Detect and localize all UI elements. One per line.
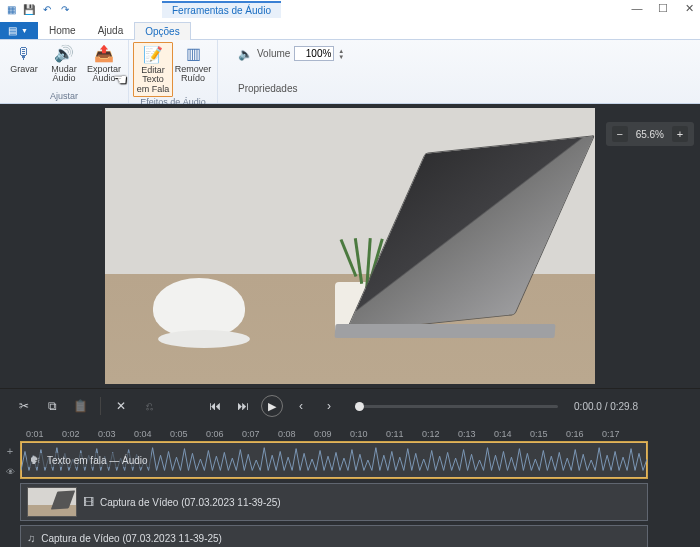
volume-label: Volume <box>257 48 290 59</box>
ruler-tick: 0:09 <box>314 429 350 439</box>
step-forward-button[interactable]: › <box>319 396 339 416</box>
gravar-button[interactable]: 🎙 Gravar <box>4 42 44 91</box>
context-tab-audio-tools: Ferramentas de Áudio <box>162 1 281 18</box>
ruler-tick: 0:17 <box>602 429 638 439</box>
audio-clip-capture[interactable]: ♫ Captura de Vídeo (07.03.2023 11-39-25) <box>20 525 648 547</box>
volume-input[interactable] <box>294 46 334 61</box>
video-preview[interactable] <box>105 108 595 384</box>
ruler-tick: 0:02 <box>62 429 98 439</box>
zoom-in-button[interactable]: + <box>672 126 688 142</box>
quick-access-toolbar: ▦ 💾 ↶ ↷ <box>4 2 72 16</box>
undo-icon[interactable]: ↶ <box>40 2 54 16</box>
ruler-tick: 0:14 <box>494 429 530 439</box>
copy-button[interactable]: ⧉ <box>42 396 62 416</box>
ruler-tick: 0:04 <box>134 429 170 439</box>
ribbon-tabstrip: ▤ ▼ Home Ajuda Opções <box>0 18 700 40</box>
ruler-tick: 0:12 <box>422 429 458 439</box>
save-icon[interactable]: 💾 <box>22 2 36 16</box>
maximize-button[interactable]: ☐ <box>656 2 670 15</box>
mudar-audio-label: Mudar Áudio <box>45 65 83 84</box>
paste-button[interactable]: 📋 <box>70 396 90 416</box>
redo-icon[interactable]: ↷ <box>58 2 72 16</box>
timeline: 0:010:020:030:040:050:060:070:080:090:10… <box>0 423 700 547</box>
export-audio-icon: 📤 <box>94 44 114 64</box>
audio-clip2-label: Captura de Vídeo (07.03.2023 11-39-25) <box>41 533 222 544</box>
next-frame-button[interactable]: ⏭ <box>233 396 253 416</box>
play-button[interactable]: ▶ <box>261 395 283 417</box>
ruler-tick: 0:11 <box>386 429 422 439</box>
zoom-controls: − 65.6% + <box>606 122 694 146</box>
mudar-audio-button[interactable]: 🔊 Mudar Áudio <box>44 42 84 91</box>
tab-opcoes[interactable]: Opções <box>134 22 190 40</box>
ruler-tick: 0:08 <box>278 429 314 439</box>
preview-content <box>335 324 556 338</box>
ruler-tick: 0:10 <box>350 429 386 439</box>
audio-clip-label: Texto em fala — Áudio <box>47 455 148 466</box>
remover-ruido-label: Remover Ruído <box>174 65 212 84</box>
step-back-button[interactable]: ‹ <box>291 396 311 416</box>
progress-bar[interactable] <box>355 405 558 408</box>
gravar-label: Gravar <box>10 65 38 74</box>
swap-audio-icon: 🔊 <box>54 44 74 64</box>
tab-home[interactable]: Home <box>38 21 87 39</box>
ribbon: 🎙 Gravar 🔊 Mudar Áudio 📤 Exportar Áudio … <box>0 40 700 104</box>
ruler-tick: 0:05 <box>170 429 206 439</box>
volume-spinner[interactable]: ▲▼ <box>338 48 344 60</box>
group-label-propriedades: Propriedades <box>238 83 297 94</box>
playback-controls: ✂ ⧉ 📋 ✕ ⎌ ⏮ ⏭ ▶ ‹ › 0:00.0 / 0:29.8 <box>0 388 700 423</box>
track-gutter: + 👁 <box>0 441 20 547</box>
audio-clip-tts[interactable]: 🗣 Texto em fala — Áudio <box>20 441 648 479</box>
ruler-tick: 0:06 <box>206 429 242 439</box>
group-label-ajustar: Ajustar <box>4 91 124 103</box>
window-controls: — ☐ ✕ <box>630 2 696 15</box>
volume-icon: 🔈 <box>238 47 253 61</box>
ruler-tick: 0:07 <box>242 429 278 439</box>
exportar-audio-button[interactable]: 📤 Exportar Áudio <box>84 42 124 91</box>
preview-content <box>345 135 595 333</box>
exportar-audio-label: Exportar Áudio <box>85 65 123 84</box>
split-button[interactable]: ⎌ <box>139 396 159 416</box>
prev-frame-button[interactable]: ⏮ <box>205 396 225 416</box>
tts-icon: 🗣 <box>30 454 41 466</box>
close-button[interactable]: ✕ <box>682 2 696 15</box>
video-clip-label: Captura de Vídeo (07.03.2023 11-39-25) <box>100 497 281 508</box>
add-track-button[interactable]: + <box>7 445 13 457</box>
file-menu-icon: ▤ <box>8 25 17 36</box>
ruler-tick: 0:03 <box>98 429 134 439</box>
delete-button[interactable]: ✕ <box>111 396 131 416</box>
file-menu[interactable]: ▤ ▼ <box>0 22 38 39</box>
timeline-ruler[interactable]: 0:010:020:030:040:050:060:070:080:090:10… <box>0 427 700 441</box>
ribbon-group-efeitos: 📝 Editar Texto em Fala ▥ Remover Ruído E… <box>129 40 218 103</box>
zoom-value: 65.6% <box>636 129 664 140</box>
ruler-tick: 0:01 <box>26 429 62 439</box>
ruler-tick: 0:15 <box>530 429 566 439</box>
app-icon: ▦ <box>4 2 18 16</box>
zoom-out-button[interactable]: − <box>612 126 628 142</box>
editar-texto-label: Editar Texto em Fala <box>135 66 171 94</box>
ribbon-group-ajustar: 🎙 Gravar 🔊 Mudar Áudio 📤 Exportar Áudio … <box>0 40 129 103</box>
clip-thumbnail <box>27 487 77 517</box>
titlebar: ▦ 💾 ↶ ↷ Ferramentas de Áudio — ☐ ✕ <box>0 0 700 18</box>
tab-ajuda[interactable]: Ajuda <box>87 21 135 39</box>
preview-content <box>153 278 245 338</box>
edit-tts-icon: 📝 <box>143 45 163 65</box>
progress-handle[interactable] <box>355 402 364 411</box>
preview-area: − 65.6% + <box>0 104 700 388</box>
ribbon-group-propriedades: 🔈 Volume ▲▼ Propriedades <box>218 40 344 103</box>
cut-button[interactable]: ✂ <box>14 396 34 416</box>
editar-texto-fala-button[interactable]: 📝 Editar Texto em Fala <box>133 42 173 97</box>
chevron-down-icon: ▼ <box>21 27 28 34</box>
video-icon: 🎞 <box>83 496 94 508</box>
time-display: 0:00.0 / 0:29.8 <box>574 401 638 412</box>
denoise-icon: ▥ <box>186 44 201 64</box>
ruler-tick: 0:13 <box>458 429 494 439</box>
track-visibility-icon[interactable]: 👁 <box>6 467 15 477</box>
music-note-icon: ♫ <box>27 532 35 544</box>
video-clip[interactable]: 🎞 Captura de Vídeo (07.03.2023 11-39-25) <box>20 483 648 521</box>
remover-ruido-button[interactable]: ▥ Remover Ruído <box>173 42 213 97</box>
minimize-button[interactable]: — <box>630 2 644 15</box>
record-icon: 🎙 <box>16 44 32 64</box>
ruler-tick: 0:16 <box>566 429 602 439</box>
